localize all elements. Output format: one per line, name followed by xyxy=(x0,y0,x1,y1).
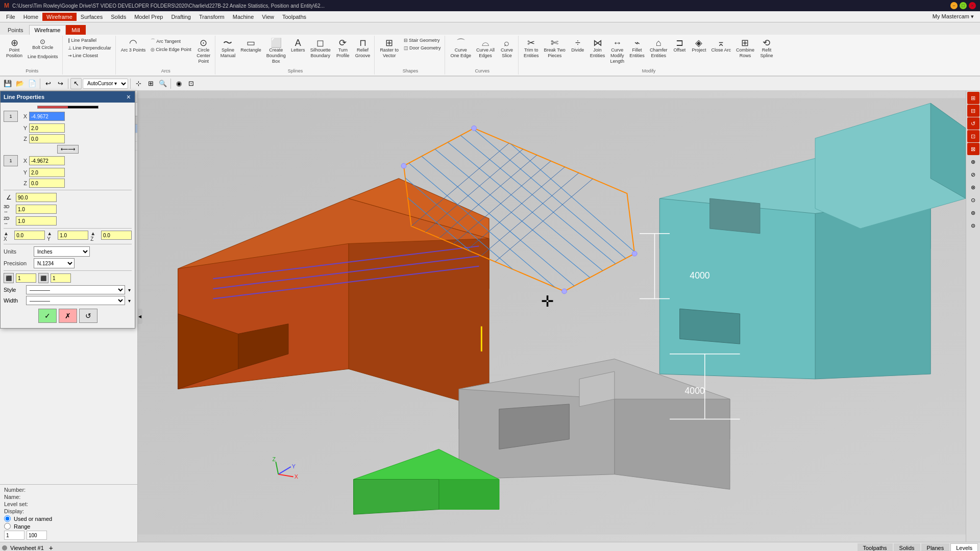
used-named-radio[interactable] xyxy=(4,515,11,522)
range-radio[interactable] xyxy=(4,523,11,530)
ribbon-btn-line-parallel[interactable]: ∥ Line Parallel xyxy=(66,37,113,44)
tab-levels[interactable]: Levels xyxy=(950,543,978,551)
sidebar-btn-5[interactable]: ⊠ xyxy=(967,143,979,155)
collapse-arrow[interactable]: ◀ xyxy=(137,309,142,324)
toolbar-redo-btn[interactable]: ↪ xyxy=(55,78,66,89)
length2d-input[interactable] xyxy=(16,216,57,226)
toolbar-new-btn[interactable]: 📄 xyxy=(27,78,38,89)
menu-toolpaths[interactable]: Toolpaths xyxy=(278,13,310,21)
ribbon-btn-line-perp[interactable]: ⊥ Line Perpendicular xyxy=(66,44,113,52)
reset-button[interactable]: ↺ xyxy=(79,309,97,323)
ribbon-btn-close-arc[interactable]: ⌅ Close Arc xyxy=(709,37,733,55)
toolbar-undo-btn[interactable]: ↩ xyxy=(42,78,54,89)
menu-transform[interactable]: Transform xyxy=(195,13,229,21)
sidebar-btn-10[interactable]: ⊛ xyxy=(967,207,979,219)
ribbon-tab-points[interactable]: Points xyxy=(2,25,29,35)
sidebar-btn-9[interactable]: ⊙ xyxy=(967,194,979,206)
toolbar-save-btn[interactable]: 💾 xyxy=(2,78,13,89)
tab-planes[interactable]: Planes xyxy=(921,543,950,552)
toolbar-more-btn[interactable]: ⊡ xyxy=(185,78,197,89)
ribbon-btn-modify-length[interactable]: ↔ CurveModifyLength xyxy=(608,37,626,65)
ribbon-btn-spline-manual[interactable]: 〜 SplineManual xyxy=(218,37,238,60)
z2-input[interactable] xyxy=(29,179,65,188)
toolbar-snap-btn[interactable]: ⊹ xyxy=(133,78,144,89)
my-mastercam[interactable]: My Mastercam ▾ xyxy=(928,12,978,21)
range-from-input[interactable] xyxy=(4,531,24,540)
viewport[interactable]: 4000 4000 Y X Z ✛ xyxy=(138,91,966,542)
toolbar-cursor-btn[interactable]: ↖ xyxy=(70,78,82,89)
line-num-left-input[interactable] xyxy=(16,273,36,283)
x2-input[interactable] xyxy=(29,156,65,165)
tab-add-btn[interactable]: + xyxy=(49,544,53,552)
toolbar-open-btn[interactable]: 📂 xyxy=(14,78,26,89)
width-dropdown-btn[interactable]: ▾ xyxy=(127,298,132,304)
ribbon-btn-circle-center[interactable]: ⊙ CircleCenterPoint xyxy=(194,37,213,65)
menu-file[interactable]: File xyxy=(2,13,19,21)
ribbon-tab-wireframe[interactable]: Wireframe xyxy=(29,25,66,35)
dialog-close-button[interactable]: × xyxy=(126,93,132,101)
ribbon-btn-silhouette[interactable]: ◻ SilhouetteBoundary xyxy=(308,37,333,60)
ribbon-btn-relief-groove[interactable]: ⊓ ReliefGroove xyxy=(353,37,373,60)
x-coord-input[interactable] xyxy=(14,231,45,240)
color-box-left[interactable]: ⬛ xyxy=(4,273,14,283)
color-box-right[interactable]: ⬛ xyxy=(38,273,48,283)
ribbon-btn-bolt-circle[interactable]: ⊙ Bolt Circle xyxy=(26,37,60,52)
ribbon-btn-bounding-box[interactable]: ⬜ CreateBoundingBox xyxy=(264,37,288,65)
x1-input[interactable] xyxy=(29,112,65,121)
ribbon-btn-curve-slice[interactable]: ⌕ CurveSlice xyxy=(498,37,516,60)
style-dropdown-btn[interactable]: ▾ xyxy=(127,287,132,293)
z1-input[interactable] xyxy=(29,134,65,143)
ribbon-btn-arc-tangent[interactable]: ⌒ Arc Tangent xyxy=(149,37,193,45)
units-select[interactable]: Inches Millimeters xyxy=(34,246,90,257)
ok-button[interactable]: ✓ xyxy=(38,309,57,323)
tab-solids[interactable]: Solids xyxy=(894,543,920,552)
sidebar-btn-8[interactable]: ⊗ xyxy=(967,181,979,193)
menu-solids[interactable]: Solids xyxy=(107,13,130,21)
ribbon-btn-join[interactable]: ⋈ JoinEntities xyxy=(588,37,607,60)
menu-machine[interactable]: Machine xyxy=(229,13,258,21)
ribbon-btn-rectangle[interactable]: ▭ Rectangle xyxy=(238,37,263,55)
minimize-button[interactable]: − xyxy=(950,2,958,9)
maximize-button[interactable]: □ xyxy=(960,2,967,9)
ribbon-btn-break[interactable]: ✄ Break TwoPieces xyxy=(542,37,567,60)
ribbon-btn-letters[interactable]: A Letters xyxy=(289,37,307,55)
sidebar-btn-11[interactable]: ⊜ xyxy=(967,219,979,232)
toolbar-zoom-btn[interactable]: 🔍 xyxy=(157,78,168,89)
menu-view[interactable]: View xyxy=(258,13,278,21)
reverse-button[interactable]: ⟵⟶ xyxy=(57,145,79,154)
ribbon-btn-line-closest[interactable]: ⇝ Line Closest xyxy=(66,52,113,59)
close-button[interactable]: × xyxy=(969,2,976,9)
y1-input[interactable] xyxy=(29,123,65,133)
sidebar-btn-7[interactable]: ⊘ xyxy=(967,168,979,181)
point1-btn[interactable]: 1 xyxy=(4,111,18,122)
z-coord-input[interactable] xyxy=(101,231,132,240)
range-to-input[interactable] xyxy=(27,531,47,540)
toolbar-grid-btn[interactable]: ⊞ xyxy=(145,78,156,89)
length3d-input[interactable] xyxy=(16,205,57,214)
sidebar-btn-4[interactable]: ⊡ xyxy=(967,130,979,142)
ribbon-btn-stair[interactable]: ⊟ Stair Geometry xyxy=(402,37,443,44)
ribbon-btn-line-endpoints[interactable]: Line Endpoints xyxy=(26,53,60,61)
tab-toolpaths[interactable]: Toolpaths xyxy=(857,543,893,552)
autocursor-dropdown[interactable]: AutoCursor ▾ xyxy=(83,79,128,89)
ribbon-btn-arc3pts[interactable]: ◠ Arc 3 Points xyxy=(119,37,148,55)
sidebar-btn-1[interactable]: ⊞ xyxy=(967,92,979,104)
precision-select[interactable]: N.1234 xyxy=(34,258,75,268)
ribbon-btn-raster[interactable]: ⊞ Raster toVector xyxy=(378,37,401,60)
ribbon-btn-offset[interactable]: ⊐ Offset xyxy=(670,37,689,55)
toolbar-view-btn[interactable]: ◉ xyxy=(173,78,184,89)
menu-drafting[interactable]: Drafting xyxy=(167,13,195,21)
ribbon-tab-mill[interactable]: Mill xyxy=(66,25,86,35)
y2-input[interactable] xyxy=(29,168,65,177)
ribbon-btn-refit-spline[interactable]: ⟲ RefitSpline xyxy=(757,37,776,60)
width-select[interactable]: ———— xyxy=(26,296,125,305)
ribbon-btn-circle-edge[interactable]: ◎ Circle Edge Point xyxy=(149,46,193,53)
sidebar-btn-2[interactable]: ⊟ xyxy=(967,105,979,117)
ribbon-btn-trim[interactable]: ✂ Trim toEntities xyxy=(522,37,541,60)
menu-home[interactable]: Home xyxy=(19,13,42,21)
ribbon-btn-point-position[interactable]: ⊕ PointPosition xyxy=(4,37,24,60)
angle-input[interactable] xyxy=(16,193,57,202)
ribbon-btn-chamfer[interactable]: ⌂ ChamferEntities xyxy=(648,37,670,60)
ribbon-btn-door[interactable]: ◫ Door Geometry xyxy=(402,44,443,52)
menu-surfaces[interactable]: Surfaces xyxy=(77,13,107,21)
